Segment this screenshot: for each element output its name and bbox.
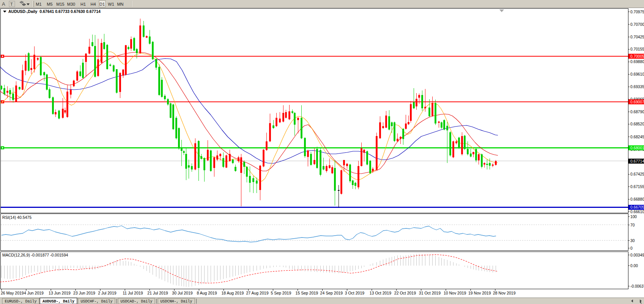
- svg-text:23 Jun 2019: 23 Jun 2019: [73, 291, 95, 295]
- svg-text:18 Aug 2019: 18 Aug 2019: [221, 291, 244, 295]
- svg-text:D1: D1: [99, 2, 105, 6]
- svg-text:RSI(14) 40.5475: RSI(14) 40.5475: [2, 215, 31, 220]
- svg-text:0.66705: 0.66705: [630, 205, 644, 209]
- svg-text:26 May 2019: 26 May 2019: [1, 291, 24, 295]
- svg-text:8 Aug 2019: 8 Aug 2019: [197, 291, 217, 295]
- svg-text:0.70975: 0.70975: [630, 10, 644, 14]
- svg-text:0.69610: 0.69610: [630, 72, 644, 76]
- svg-text:MN: MN: [117, 2, 123, 6]
- svg-text:24 Sep 2019: 24 Sep 2019: [320, 291, 343, 295]
- svg-text:0.68520: 0.68520: [630, 122, 644, 126]
- svg-text:19 Nov 2019: 19 Nov 2019: [468, 291, 491, 295]
- svg-text:0.67155: 0.67155: [630, 185, 644, 189]
- svg-text:0.69880: 0.69880: [630, 60, 644, 64]
- svg-text:0.69007: 0.69007: [630, 100, 644, 104]
- svg-text:M15: M15: [56, 2, 64, 6]
- svg-text:0.68790: 0.68790: [630, 110, 644, 114]
- svg-text:M1: M1: [36, 2, 41, 6]
- svg-text:0.68001: 0.68001: [630, 146, 644, 150]
- svg-text:27 Aug 2019: 27 Aug 2019: [246, 291, 269, 295]
- svg-text:30: 30: [630, 239, 635, 243]
- svg-text:28 Nov 2019: 28 Nov 2019: [493, 291, 516, 295]
- svg-text:30 Jul 2019: 30 Jul 2019: [172, 291, 192, 295]
- svg-text:0.66610: 0.66610: [630, 210, 644, 214]
- svg-text:0.70700: 0.70700: [630, 22, 644, 27]
- svg-text:MACD(12,26,9) -0.001877 -0.001: MACD(12,26,9) -0.001877 -0.001594: [2, 253, 68, 257]
- svg-text:13 Oct 2019: 13 Oct 2019: [370, 291, 391, 295]
- svg-text:USDCAD-, Daily: USDCAD-, Daily: [120, 299, 152, 304]
- svg-text:3 Oct 2019: 3 Oct 2019: [345, 291, 365, 295]
- svg-text:A: A: [2, 1, 5, 7]
- svg-text:0: 0: [630, 246, 633, 250]
- svg-text:-0.00637: -0.00637: [630, 284, 644, 288]
- svg-text:0.67714: 0.67714: [630, 159, 644, 163]
- svg-text:W1: W1: [108, 2, 114, 6]
- svg-text:0.68245: 0.68245: [630, 135, 644, 139]
- svg-text:AUDUSD-, Daily: AUDUSD-, Daily: [43, 299, 74, 304]
- svg-text:M30: M30: [67, 2, 75, 6]
- svg-text:15 Sep 2019: 15 Sep 2019: [296, 291, 318, 295]
- svg-text:EURUSD-, Daily: EURUSD-, Daily: [5, 299, 36, 304]
- svg-text:0.69335: 0.69335: [630, 85, 644, 89]
- svg-text:11 Jul 2019: 11 Jul 2019: [123, 291, 143, 295]
- svg-text:USDCNH-, Daily: USDCNH-, Daily: [160, 299, 192, 304]
- svg-text:0.70155: 0.70155: [630, 47, 644, 51]
- svg-text:H4: H4: [90, 2, 96, 6]
- svg-text:0.67425: 0.67425: [630, 172, 644, 176]
- svg-text:M5: M5: [47, 2, 52, 6]
- svg-text:0.70425: 0.70425: [630, 35, 644, 39]
- svg-text:0.00: 0.00: [630, 264, 638, 268]
- svg-text:USDCHF-, Daily: USDCHF-, Daily: [80, 299, 112, 304]
- svg-text:13 Jun 2019: 13 Jun 2019: [49, 291, 71, 295]
- svg-text:2 Jul 2019: 2 Jul 2019: [98, 291, 117, 295]
- svg-text:10 Nov 2019: 10 Nov 2019: [444, 291, 466, 295]
- svg-text:4 Jun 2019: 4 Jun 2019: [24, 291, 44, 295]
- svg-text:5 Sep 2019: 5 Sep 2019: [271, 291, 291, 295]
- svg-text:100: 100: [630, 215, 637, 219]
- svg-text:31 Oct 2019: 31 Oct 2019: [419, 291, 441, 295]
- svg-text:H1: H1: [80, 2, 86, 6]
- svg-text:0.70005: 0.70005: [630, 54, 644, 59]
- svg-text:0.00349: 0.00349: [630, 253, 644, 257]
- svg-text:21 Jul 2019: 21 Jul 2019: [147, 291, 168, 295]
- svg-text:0.66880: 0.66880: [630, 197, 644, 201]
- svg-text:70: 70: [630, 223, 635, 227]
- svg-text:22 Oct 2019: 22 Oct 2019: [394, 291, 416, 295]
- svg-text:T: T: [10, 2, 13, 6]
- svg-text:AUDUSD-,Daily 0.67641 0.67733: AUDUSD-,Daily 0.67641 0.67733 0.67630 0.…: [8, 9, 101, 14]
